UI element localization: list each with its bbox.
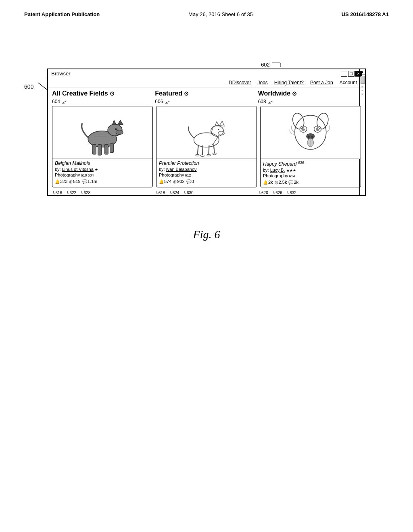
ref-entry-626: └ 626 (272, 191, 282, 195)
ref-entry-620: └ 620 (258, 191, 268, 195)
shares-icon-2: 💬 (186, 179, 191, 184)
ref-entry-632: └ 632 (286, 191, 296, 195)
likes-icon-3: 🔔 (263, 180, 268, 185)
card-premier-protection[interactable]: Premier Protection by: Ivan Balabanov Ph… (156, 106, 257, 187)
stat-shares-1: 💬 1.1m (82, 179, 97, 184)
svg-line-29 (202, 145, 203, 156)
shares-icon-3: 💬 (288, 180, 293, 185)
creative-fields-icon[interactable]: ⊙ (110, 90, 115, 97)
browser-titlebar: Browser — ❑ ✕ (48, 69, 365, 78)
patent-pub-num: US 2016/148278 A1 (342, 11, 389, 17)
svg-point-44 (318, 128, 319, 129)
stat-shares-3: 💬 2k (288, 180, 298, 185)
card-title-2: Premier Protection (159, 160, 254, 166)
ref-label-608: 608 (258, 99, 361, 104)
ref-606-arrow (165, 100, 171, 104)
minimize-button[interactable]: — (341, 71, 347, 77)
patent-pub-title: Patent Application Publication (24, 11, 100, 17)
restore-button[interactable]: ❑ (348, 71, 355, 77)
card-stats-3: 🔔 2k ◎ 2.5k 💬 2k (263, 179, 358, 185)
card-author-stars-1: ★ (95, 168, 98, 172)
ref-608-arrow (267, 100, 274, 104)
svg-rect-17 (98, 145, 102, 156)
ref-line-col-2: └ 618 └ 624 └ 630 (155, 191, 258, 195)
svg-rect-18 (105, 145, 108, 155)
filter-row: All Creative Fields ⊙ Featured ⊙ Worldwi… (48, 87, 365, 99)
nav-post-job[interactable]: Post a Job (310, 80, 333, 85)
scrollbar-up-btn[interactable]: ▲ (360, 69, 365, 75)
svg-rect-16 (92, 145, 96, 155)
ref-602-label: 602 (261, 62, 281, 68)
ref-entry-624: └ 624 (169, 191, 179, 195)
browser-title-text: Browser (51, 71, 71, 77)
nav-bar: DDiscover Jobs Hiring Talent? Post a Job… (48, 78, 365, 87)
ref-line-col-1: └ 616 └ 622 └ 628 (52, 191, 155, 195)
browser-controls: — ❑ ✕ (341, 71, 362, 77)
stat-likes-1: 🔔 323 (55, 179, 67, 184)
svg-line-28 (198, 145, 198, 155)
card-author-link-1[interactable]: Linus ot Vitosha (62, 167, 94, 172)
card-by-2: by: Ivan Balabanov (159, 167, 254, 172)
stat-shares-2: 💬 0 (186, 179, 194, 184)
svg-point-45 (307, 134, 315, 139)
svg-marker-12 (118, 120, 123, 125)
ref-entry-618: └ 618 (155, 191, 165, 195)
svg-point-41 (304, 128, 305, 129)
card-image-2 (156, 106, 257, 159)
ref-entry-628: └ 628 (80, 191, 90, 195)
stat-views-3: ◎ 2.5k (275, 180, 287, 185)
nav-jobs[interactable]: Jobs (257, 80, 267, 85)
svg-point-47 (311, 136, 314, 137)
card-stats-1: 🔔 323 ◎ 519 💬 1.1m (55, 178, 150, 185)
browser-window: ▲ ≡≡≡ Browser — ❑ ✕ DDiscover Jobs Hirin… (47, 69, 366, 196)
ref-line-row: └ 616 └ 622 └ 628 └ 618 └ (48, 191, 365, 195)
ref-602-arrow (271, 62, 281, 68)
card-image-3 (261, 106, 361, 159)
dog-image-3 (263, 108, 358, 157)
ref-label-604: 604 (52, 99, 155, 104)
ref-line-col-3: └ 620 └ 626 └ 632 (258, 191, 361, 195)
card-category-3: Photography 614 (263, 173, 358, 178)
main-area: 602 ▲ ≡≡≡ Browser — ❑ ✕ DDi (0, 62, 413, 196)
card-body-2: Premier Protection by: Ivan Balabanov Ph… (156, 159, 257, 186)
svg-line-4 (62, 101, 67, 103)
ref-entry-616: └ 616 (52, 191, 62, 195)
nav-account[interactable]: Account (340, 80, 357, 85)
stat-likes-2: 🔔 574 (159, 179, 171, 184)
views-icon-1: ◎ (69, 179, 73, 184)
svg-point-22 (194, 133, 219, 148)
svg-point-14 (116, 130, 123, 135)
views-icon-3: ◎ (275, 180, 278, 185)
card-belgian-malinois[interactable]: Belgian Malinois by: Linus ot Vitosha ★ … (52, 106, 153, 187)
svg-point-27 (218, 129, 219, 130)
likes-icon-1: 🔔 (55, 179, 60, 184)
svg-line-8 (268, 101, 273, 103)
stat-views-2: ◎ 902 (173, 179, 184, 184)
card-author-link-3[interactable]: Lucy B. (270, 168, 285, 172)
filter-featured[interactable]: Featured ⊙ (155, 90, 258, 97)
card-by-1: by: Linus ot Vitosha ★ (55, 167, 150, 172)
stat-views-1: ◎ 519 (69, 179, 80, 184)
ref-entry-622: └ 622 (66, 191, 76, 195)
nav-hiring[interactable]: Hiring Talent? (274, 80, 304, 85)
scrollbar-thumb[interactable] (361, 76, 365, 84)
card-body-1: Belgian Malinois by: Linus ot Vitosha ★ … (52, 159, 152, 186)
scrollbar-track: ≡≡≡ (361, 75, 365, 195)
filter-creative-fields[interactable]: All Creative Fields ⊙ (52, 90, 155, 97)
svg-line-6 (165, 101, 170, 103)
filter-worldwide[interactable]: Worldwide ⊙ (258, 90, 361, 97)
card-title-3: Happy Shepard 636 (263, 160, 358, 167)
card-body-3: Happy Shepard 636 by: Lucy B. ★★★ Photog… (261, 159, 361, 187)
featured-icon[interactable]: ⊙ (184, 90, 189, 97)
card-by-3: by: Lucy B. ★★★ (263, 168, 358, 172)
card-category-2: Photography 612 (159, 172, 254, 177)
svg-line-30 (209, 145, 209, 155)
card-happy-shepard[interactable]: Happy Shepard 636 by: Lucy B. ★★★ Photog… (260, 106, 361, 187)
worldwide-icon[interactable]: ⊙ (292, 90, 297, 97)
svg-rect-19 (110, 143, 114, 152)
card-title-1: Belgian Malinois (55, 160, 150, 166)
views-icon-2: ◎ (173, 179, 177, 184)
nav-discover[interactable]: DDiscover (229, 80, 251, 85)
patent-header: Patent Application Publication May 26, 2… (0, 0, 413, 17)
card-author-link-2[interactable]: Ivan Balabanov (166, 167, 197, 172)
